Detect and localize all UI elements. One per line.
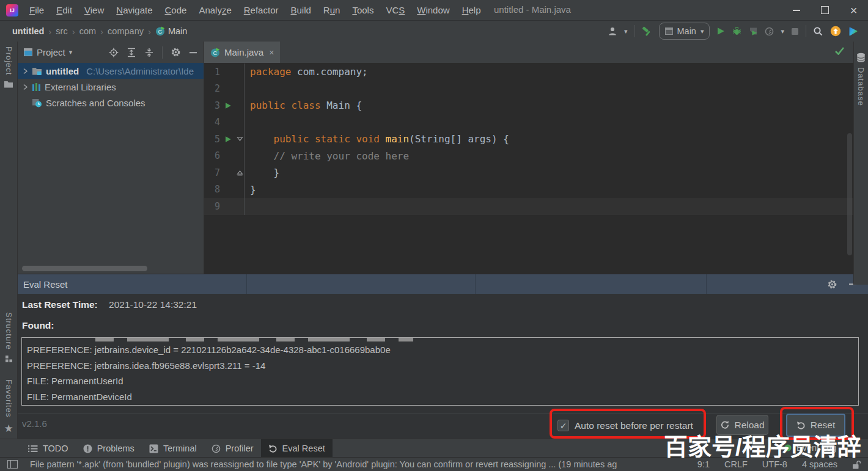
title-bar: IJ FileEditViewNavigateCodeAnalyzeRefact… xyxy=(0,0,868,21)
breadcrumb: untitled›src›com›company›CMain xyxy=(0,26,187,37)
panel-settings-button[interactable] xyxy=(827,279,837,290)
structure-stripe-label: Structure xyxy=(4,312,13,350)
layout-icon[interactable] xyxy=(7,460,18,469)
settings-button[interactable] xyxy=(171,47,181,57)
code-line-1[interactable]: 1package com.company; xyxy=(204,64,853,81)
tree-row-untitled[interactable]: untitledC:\Users\Administrator\Ide xyxy=(18,63,204,79)
menu-item-vcs[interactable]: VCS xyxy=(380,5,411,15)
toolwindow-button-todo[interactable]: TODO xyxy=(21,439,76,458)
found-list[interactable]: PREFERENCE: jetbrains.device_id = 221021… xyxy=(21,337,859,406)
toolwindow-button-profiler[interactable]: Profiler xyxy=(204,439,261,458)
found-list-item: FILE: PermanentUserId xyxy=(27,373,853,389)
header-divider xyxy=(246,274,247,294)
breadcrumb-item-untitled[interactable]: untitled xyxy=(12,26,44,36)
maximize-button[interactable] xyxy=(811,0,839,20)
breadcrumb-item-com[interactable]: com xyxy=(79,26,96,36)
java-class-icon: C xyxy=(155,26,165,36)
code-line-3[interactable]: 3public class Main { xyxy=(204,97,853,114)
debug-button[interactable] xyxy=(732,26,742,36)
profiler-caret-icon: ▾ xyxy=(781,27,784,35)
tab-close-icon[interactable]: × xyxy=(269,48,274,57)
menu-item-help[interactable]: Help xyxy=(456,5,487,15)
toolbar-divider xyxy=(806,25,806,37)
code-line-7[interactable]: 7 } xyxy=(204,164,853,181)
stripe-tab-project[interactable]: Project xyxy=(0,46,17,88)
window-controls: × xyxy=(782,0,868,20)
ide-gradient-icon[interactable] xyxy=(848,26,858,37)
minimize-button[interactable] xyxy=(782,0,811,20)
breadcrumb-item-src[interactable]: src xyxy=(56,26,67,36)
run-line-button[interactable] xyxy=(220,102,236,109)
tree-row-external-libraries[interactable]: External Libraries xyxy=(18,79,204,95)
collapse-all-button[interactable] xyxy=(144,48,154,57)
tab-main-java[interactable]: C Main.java × xyxy=(204,42,280,63)
menu-item-file[interactable]: File xyxy=(23,5,50,15)
search-everywhere-button[interactable] xyxy=(813,26,823,37)
status-message[interactable]: File pattern '*.apk' (from 'bundled' plu… xyxy=(30,459,686,469)
menu-item-edit[interactable]: Edit xyxy=(50,5,78,15)
breadcrumb-separator: › xyxy=(148,26,151,37)
toolbar-divider xyxy=(634,25,635,37)
toolwindow-button-problems[interactable]: Problems xyxy=(76,439,142,458)
toolwindow-button-eval-reset[interactable]: Eval Reset xyxy=(261,439,333,458)
code-line-4[interactable]: 4 xyxy=(204,114,853,131)
menu-item-tools[interactable]: Tools xyxy=(346,5,380,15)
hide-panel-button[interactable] xyxy=(189,48,197,57)
stripe-tab-favorites[interactable]: Favorites ★ xyxy=(0,379,17,435)
menu-item-navigate[interactable]: Navigate xyxy=(110,5,158,15)
menu-item-code[interactable]: Code xyxy=(159,5,193,15)
folder-icon xyxy=(4,80,13,88)
inspection-ok-icon xyxy=(834,46,845,55)
locate-file-button[interactable] xyxy=(109,48,119,57)
todo-icon xyxy=(28,445,38,453)
breadcrumb-separator: › xyxy=(48,26,51,37)
update-notification-button[interactable] xyxy=(830,26,841,37)
code-line-5[interactable]: 5 public static void main(String[] args)… xyxy=(204,131,853,148)
close-button[interactable]: × xyxy=(839,0,868,20)
tree-row-scratches-and-consoles[interactable]: Scratches and Consoles xyxy=(18,95,204,111)
menu-item-refactor[interactable]: Refactor xyxy=(238,5,285,15)
build-project-button[interactable] xyxy=(642,26,652,37)
code-line-8[interactable]: 8} xyxy=(204,181,853,199)
code-text: package com.company; xyxy=(244,64,853,81)
menu-bar: FileEditViewNavigateCodeAnalyzeRefactorB… xyxy=(23,5,487,15)
vertical-scrollbar[interactable] xyxy=(847,133,852,255)
intellij-logo-icon: IJ xyxy=(6,4,18,16)
breadcrumb-item-company[interactable]: company xyxy=(108,26,144,36)
fold-close-icon xyxy=(237,169,243,176)
code-line-9[interactable]: 9 xyxy=(204,198,853,215)
profiler-button[interactable] xyxy=(765,27,774,36)
coverage-button[interactable] xyxy=(749,27,758,36)
run-configuration-selector[interactable]: Main ▾ xyxy=(659,23,710,40)
run-button[interactable] xyxy=(716,27,725,35)
header-divider xyxy=(475,274,476,294)
toolwindow-button-terminal[interactable]: Terminal xyxy=(142,439,204,458)
undo-icon xyxy=(268,444,278,453)
code-line-6[interactable]: 6 // write your code here xyxy=(204,148,853,165)
chevron-right-icon xyxy=(23,68,28,75)
line-number: 9 xyxy=(204,201,220,212)
eval-reset-title: Eval Reset xyxy=(17,279,68,290)
fold-open-icon[interactable] xyxy=(236,136,244,142)
expand-all-button[interactable] xyxy=(127,48,136,57)
left-tool-stripe: Project Structure Favorites ★ xyxy=(0,42,18,439)
stripe-tab-database[interactable]: Database xyxy=(856,67,866,106)
project-view-selector[interactable]: Project xyxy=(37,47,65,57)
horizontal-scrollbar[interactable] xyxy=(22,266,147,271)
watermark: 百家号/程序员清辞 xyxy=(664,428,861,462)
menu-item-analyze[interactable]: Analyze xyxy=(193,5,237,15)
fold-close-icon[interactable] xyxy=(236,169,244,176)
run-line-button[interactable] xyxy=(220,136,236,143)
code-line-2[interactable]: 2 xyxy=(204,81,853,98)
user-menu-button[interactable] xyxy=(608,26,617,36)
menu-item-view[interactable]: View xyxy=(78,5,110,15)
auto-reset-checkbox[interactable]: ✓ xyxy=(557,420,569,431)
stripe-tab-structure[interactable]: Structure xyxy=(0,312,17,363)
menu-item-window[interactable]: Window xyxy=(411,5,455,15)
code-editor[interactable]: 1package com.company;23public class Main… xyxy=(204,64,853,215)
menu-item-build[interactable]: Build xyxy=(284,5,317,15)
code-text: } xyxy=(244,181,853,199)
breadcrumb-item-main[interactable]: CMain xyxy=(155,26,187,36)
menu-item-run[interactable]: Run xyxy=(317,5,347,15)
breadcrumb-separator: › xyxy=(100,26,103,37)
